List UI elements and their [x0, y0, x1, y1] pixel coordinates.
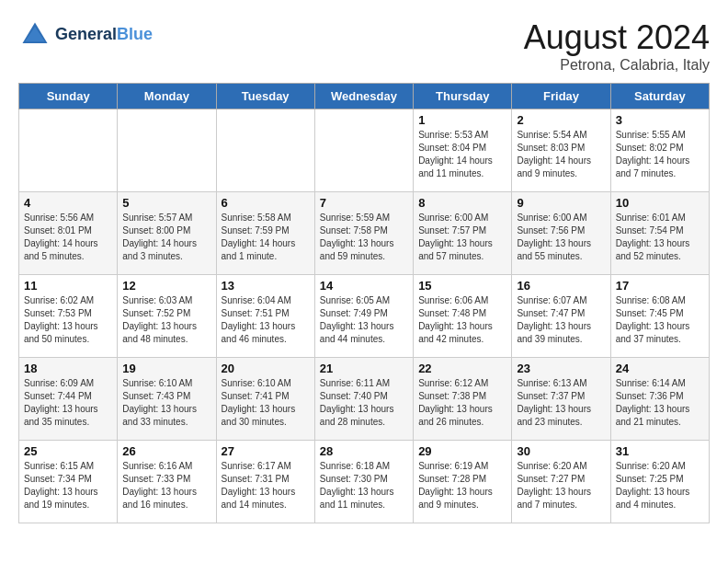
weekday-header-tuesday: Tuesday [216, 84, 314, 109]
calendar-cell: 19Sunrise: 6:10 AM Sunset: 7:43 PM Dayli… [118, 358, 216, 441]
calendar-cell: 16Sunrise: 6:07 AM Sunset: 7:47 PM Dayli… [512, 275, 610, 358]
calendar-cell: 1Sunrise: 5:53 AM Sunset: 8:04 PM Daylig… [414, 109, 512, 192]
weekday-header-wednesday: Wednesday [314, 84, 413, 109]
week-row-2: 4Sunrise: 5:56 AM Sunset: 8:01 PM Daylig… [19, 192, 710, 275]
day-info: Sunrise: 6:03 AM Sunset: 7:52 PM Dayligh… [122, 294, 210, 346]
weekday-header-thursday: Thursday [414, 84, 512, 109]
day-info: Sunrise: 6:20 AM Sunset: 7:27 PM Dayligh… [517, 460, 605, 511]
day-number: 11 [24, 279, 112, 293]
day-number: 12 [122, 279, 210, 293]
day-info: Sunrise: 6:10 AM Sunset: 7:41 PM Dayligh… [222, 377, 310, 429]
calendar-cell: 22Sunrise: 6:12 AM Sunset: 7:38 PM Dayli… [414, 358, 512, 441]
day-number: 23 [517, 362, 605, 375]
weekday-header-row: SundayMondayTuesdayWednesdayThursdayFrid… [19, 84, 710, 109]
calendar-cell: 8Sunrise: 6:00 AM Sunset: 7:57 PM Daylig… [414, 192, 512, 275]
day-number: 9 [517, 196, 605, 210]
calendar-cell: 11Sunrise: 6:02 AM Sunset: 7:53 PM Dayli… [19, 275, 118, 358]
title-block: August 2024 Petrona, Calabria, Italy [524, 18, 710, 74]
calendar-cell: 13Sunrise: 6:04 AM Sunset: 7:51 PM Dayli… [216, 275, 314, 358]
day-number: 17 [616, 279, 704, 293]
calendar-cell: 24Sunrise: 6:14 AM Sunset: 7:36 PM Dayli… [610, 358, 709, 441]
day-info: Sunrise: 6:12 AM Sunset: 7:38 PM Dayligh… [418, 377, 506, 429]
day-info: Sunrise: 6:01 AM Sunset: 7:54 PM Dayligh… [616, 212, 704, 263]
day-info: Sunrise: 6:20 AM Sunset: 7:25 PM Dayligh… [616, 460, 704, 511]
weekday-header-saturday: Saturday [610, 84, 709, 109]
calendar-cell: 2Sunrise: 5:54 AM Sunset: 8:03 PM Daylig… [512, 109, 610, 192]
day-info: Sunrise: 6:15 AM Sunset: 7:34 PM Dayligh… [24, 460, 112, 511]
day-number: 5 [122, 196, 210, 210]
logo: GeneralBlue [18, 18, 153, 52]
page-header: GeneralBlue August 2024 Petrona, Calabri… [18, 18, 710, 74]
location-subtitle: Petrona, Calabria, Italy [524, 57, 710, 74]
day-number: 2 [517, 113, 605, 127]
day-info: Sunrise: 6:05 AM Sunset: 7:49 PM Dayligh… [320, 294, 408, 346]
day-info: Sunrise: 5:55 AM Sunset: 8:02 PM Dayligh… [616, 129, 704, 180]
day-info: Sunrise: 6:18 AM Sunset: 7:30 PM Dayligh… [320, 460, 408, 511]
calendar-cell: 5Sunrise: 5:57 AM Sunset: 8:00 PM Daylig… [118, 192, 216, 275]
day-info: Sunrise: 6:00 AM Sunset: 7:57 PM Dayligh… [418, 212, 506, 263]
calendar-cell: 23Sunrise: 6:13 AM Sunset: 7:37 PM Dayli… [512, 358, 610, 441]
day-number: 16 [517, 279, 605, 293]
calendar-cell: 4Sunrise: 5:56 AM Sunset: 8:01 PM Daylig… [19, 192, 118, 275]
calendar-cell: 26Sunrise: 6:16 AM Sunset: 7:33 PM Dayli… [118, 441, 216, 523]
logo-text: GeneralBlue [55, 25, 153, 45]
day-number: 21 [320, 362, 408, 375]
calendar-cell: 29Sunrise: 6:19 AM Sunset: 7:28 PM Dayli… [414, 441, 512, 523]
calendar-cell: 21Sunrise: 6:11 AM Sunset: 7:40 PM Dayli… [314, 358, 413, 441]
calendar-cell [216, 109, 314, 192]
day-number: 15 [418, 279, 506, 293]
day-info: Sunrise: 6:14 AM Sunset: 7:36 PM Dayligh… [616, 377, 704, 429]
calendar-cell: 20Sunrise: 6:10 AM Sunset: 7:41 PM Dayli… [216, 358, 314, 441]
day-info: Sunrise: 5:56 AM Sunset: 8:01 PM Dayligh… [24, 212, 112, 263]
day-info: Sunrise: 6:06 AM Sunset: 7:48 PM Dayligh… [418, 294, 506, 346]
calendar-cell: 3Sunrise: 5:55 AM Sunset: 8:02 PM Daylig… [610, 109, 709, 192]
week-row-5: 25Sunrise: 6:15 AM Sunset: 7:34 PM Dayli… [19, 441, 710, 523]
day-number: 20 [222, 362, 310, 375]
calendar-table: SundayMondayTuesdayWednesdayThursdayFrid… [18, 83, 710, 523]
week-row-1: 1Sunrise: 5:53 AM Sunset: 8:04 PM Daylig… [19, 109, 710, 192]
calendar-cell: 9Sunrise: 6:00 AM Sunset: 7:56 PM Daylig… [512, 192, 610, 275]
weekday-header-sunday: Sunday [19, 84, 118, 109]
day-info: Sunrise: 6:00 AM Sunset: 7:56 PM Dayligh… [517, 212, 605, 263]
day-info: Sunrise: 6:04 AM Sunset: 7:51 PM Dayligh… [222, 294, 310, 346]
calendar-cell: 6Sunrise: 5:58 AM Sunset: 7:59 PM Daylig… [216, 192, 314, 275]
calendar-cell: 14Sunrise: 6:05 AM Sunset: 7:49 PM Dayli… [314, 275, 413, 358]
day-number: 29 [418, 444, 506, 458]
calendar-cell: 27Sunrise: 6:17 AM Sunset: 7:31 PM Dayli… [216, 441, 314, 523]
weekday-header-friday: Friday [512, 84, 610, 109]
day-number: 18 [24, 362, 112, 375]
day-info: Sunrise: 6:08 AM Sunset: 7:45 PM Dayligh… [616, 294, 704, 346]
calendar-cell: 17Sunrise: 6:08 AM Sunset: 7:45 PM Dayli… [610, 275, 709, 358]
day-number: 7 [320, 196, 408, 210]
day-number: 3 [616, 113, 704, 127]
month-title: August 2024 [524, 18, 710, 57]
day-info: Sunrise: 5:53 AM Sunset: 8:04 PM Dayligh… [418, 129, 506, 180]
day-info: Sunrise: 6:07 AM Sunset: 7:47 PM Dayligh… [517, 294, 605, 346]
day-number: 19 [122, 362, 210, 375]
day-number: 26 [122, 444, 210, 458]
calendar-cell: 31Sunrise: 6:20 AM Sunset: 7:25 PM Dayli… [610, 441, 709, 523]
day-number: 24 [616, 362, 704, 375]
day-number: 4 [24, 196, 112, 210]
day-info: Sunrise: 5:54 AM Sunset: 8:03 PM Dayligh… [517, 129, 605, 180]
calendar-cell: 28Sunrise: 6:18 AM Sunset: 7:30 PM Dayli… [314, 441, 413, 523]
day-number: 1 [418, 113, 506, 127]
day-number: 6 [222, 196, 310, 210]
day-number: 14 [320, 279, 408, 293]
calendar-cell: 30Sunrise: 6:20 AM Sunset: 7:27 PM Dayli… [512, 441, 610, 523]
week-row-3: 11Sunrise: 6:02 AM Sunset: 7:53 PM Dayli… [19, 275, 710, 358]
calendar-cell: 15Sunrise: 6:06 AM Sunset: 7:48 PM Dayli… [414, 275, 512, 358]
day-info: Sunrise: 6:17 AM Sunset: 7:31 PM Dayligh… [222, 460, 310, 511]
day-number: 10 [616, 196, 704, 210]
day-info: Sunrise: 5:59 AM Sunset: 7:58 PM Dayligh… [320, 212, 408, 263]
calendar-cell: 7Sunrise: 5:59 AM Sunset: 7:58 PM Daylig… [314, 192, 413, 275]
day-number: 27 [222, 444, 310, 458]
day-info: Sunrise: 6:13 AM Sunset: 7:37 PM Dayligh… [517, 377, 605, 429]
logo-icon [18, 18, 51, 52]
day-info: Sunrise: 5:58 AM Sunset: 7:59 PM Dayligh… [222, 212, 310, 263]
day-info: Sunrise: 6:09 AM Sunset: 7:44 PM Dayligh… [24, 377, 112, 429]
day-info: Sunrise: 6:11 AM Sunset: 7:40 PM Dayligh… [320, 377, 408, 429]
calendar-cell [118, 109, 216, 192]
day-info: Sunrise: 5:57 AM Sunset: 8:00 PM Dayligh… [122, 212, 210, 263]
calendar-cell [19, 109, 118, 192]
